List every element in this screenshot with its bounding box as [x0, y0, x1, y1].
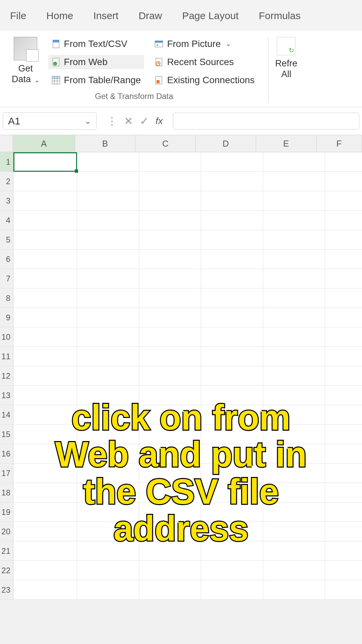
cell[interactable]: [201, 152, 263, 172]
cell[interactable]: [263, 366, 325, 386]
tab-insert[interactable]: Insert: [83, 5, 128, 26]
cell[interactable]: [263, 191, 325, 211]
row-header[interactable]: 6: [0, 250, 13, 269]
cell[interactable]: [263, 308, 325, 327]
cell[interactable]: [77, 580, 139, 600]
cell[interactable]: [139, 269, 201, 288]
cell[interactable]: [13, 230, 77, 250]
cell[interactable]: [139, 580, 201, 600]
cell[interactable]: [325, 561, 362, 580]
tab-page-layout[interactable]: Page Layout: [172, 5, 248, 26]
row-header[interactable]: 19: [0, 502, 13, 522]
cell[interactable]: [139, 327, 201, 347]
cell[interactable]: [77, 308, 139, 327]
formula-input[interactable]: [173, 113, 359, 129]
cell[interactable]: [139, 211, 201, 230]
cell[interactable]: [263, 502, 325, 522]
cell[interactable]: [139, 172, 201, 191]
cell[interactable]: [201, 386, 263, 405]
tab-draw[interactable]: Draw: [128, 5, 172, 26]
cell[interactable]: [139, 464, 201, 483]
cell[interactable]: [13, 541, 77, 561]
cell[interactable]: [139, 522, 201, 541]
cell[interactable]: [201, 172, 263, 191]
cell[interactable]: [139, 386, 201, 405]
row-header[interactable]: 5: [0, 230, 13, 250]
cell[interactable]: [77, 250, 139, 269]
cell[interactable]: [325, 269, 362, 288]
cell[interactable]: [263, 211, 325, 230]
cell[interactable]: [77, 288, 139, 308]
row-header[interactable]: 17: [0, 464, 13, 483]
cell[interactable]: [13, 464, 77, 483]
cell[interactable]: [13, 405, 77, 425]
cell[interactable]: [13, 522, 77, 541]
cell[interactable]: [139, 152, 201, 172]
cell[interactable]: [201, 308, 263, 327]
cell[interactable]: [139, 561, 201, 580]
cell[interactable]: [325, 172, 362, 191]
row-header[interactable]: 2: [0, 172, 13, 191]
cell[interactable]: [13, 425, 77, 444]
cell[interactable]: [201, 483, 263, 502]
cell[interactable]: [325, 502, 362, 522]
cell[interactable]: [201, 561, 263, 580]
cell[interactable]: [139, 347, 201, 366]
cell[interactable]: [139, 191, 201, 211]
cell[interactable]: [325, 522, 362, 541]
cell[interactable]: [13, 444, 77, 464]
cell[interactable]: [201, 464, 263, 483]
cell[interactable]: [13, 366, 77, 386]
fx-label[interactable]: fx: [156, 116, 163, 126]
cell[interactable]: [325, 425, 362, 444]
cell[interactable]: [201, 269, 263, 288]
cell[interactable]: [263, 269, 325, 288]
cell[interactable]: [13, 386, 77, 405]
cell[interactable]: [77, 541, 139, 561]
cell[interactable]: [325, 211, 362, 230]
tab-home[interactable]: Home: [36, 5, 83, 26]
row-header[interactable]: 8: [0, 288, 13, 308]
row-header[interactable]: 15: [0, 425, 13, 444]
row-header[interactable]: 11: [0, 347, 13, 366]
cell[interactable]: [77, 444, 139, 464]
column-header[interactable]: A: [13, 135, 75, 152]
cell[interactable]: [263, 541, 325, 561]
cell[interactable]: [201, 288, 263, 308]
refresh-all-button[interactable]: Refre All: [272, 35, 301, 104]
row-header[interactable]: 10: [0, 327, 13, 347]
cell[interactable]: [263, 483, 325, 502]
cell[interactable]: [263, 522, 325, 541]
row-header[interactable]: 13: [0, 386, 13, 405]
row-header[interactable]: 23: [0, 580, 13, 600]
cell[interactable]: [201, 502, 263, 522]
cell[interactable]: [77, 366, 139, 386]
more-options-icon[interactable]: ⋮: [107, 115, 117, 127]
cell[interactable]: [77, 191, 139, 211]
cell[interactable]: [77, 483, 139, 502]
existing-connections-button[interactable]: Existing Connections: [151, 73, 258, 87]
cell[interactable]: [139, 541, 201, 561]
cell[interactable]: [201, 425, 263, 444]
cell[interactable]: [263, 327, 325, 347]
from-text-csv-button[interactable]: From Text/CSV: [48, 37, 144, 51]
recent-sources-button[interactable]: Recent Sources: [151, 55, 258, 69]
row-header[interactable]: 18: [0, 483, 13, 502]
cell[interactable]: [325, 366, 362, 386]
cell[interactable]: [13, 347, 77, 366]
cell[interactable]: [139, 483, 201, 502]
cell[interactable]: [77, 172, 139, 191]
cell[interactable]: [139, 444, 201, 464]
cancel-icon[interactable]: ✕: [124, 115, 133, 127]
cell[interactable]: [325, 250, 362, 269]
cell[interactable]: [77, 269, 139, 288]
cell[interactable]: [77, 347, 139, 366]
cell[interactable]: [325, 541, 362, 561]
cell[interactable]: [139, 230, 201, 250]
cell[interactable]: [13, 191, 77, 211]
row-header[interactable]: 12: [0, 366, 13, 386]
name-box[interactable]: A1 ⌄: [3, 112, 97, 130]
cell[interactable]: [263, 172, 325, 191]
cell[interactable]: [13, 152, 77, 172]
cell[interactable]: [139, 405, 201, 425]
